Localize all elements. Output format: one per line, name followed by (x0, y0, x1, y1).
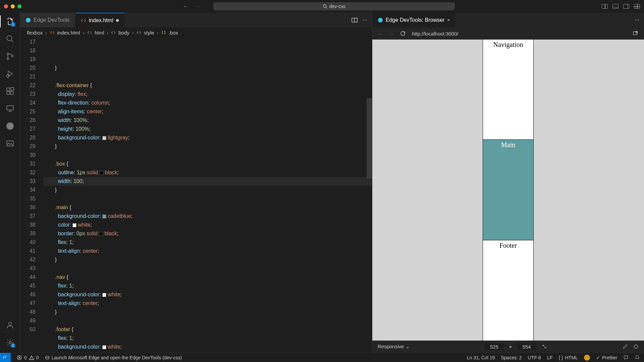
edge-icon (378, 17, 383, 23)
encoding-button[interactable]: UTF-8 (528, 355, 541, 360)
prettier-button[interactable]: ✓Prettier (596, 355, 617, 360)
chevron-down-icon: ⌄ (406, 344, 410, 349)
svg-point-17 (8, 322, 11, 325)
viewport-width-input[interactable]: 525 (485, 343, 503, 350)
tab-label: Edge DevTools (34, 17, 70, 23)
breadcrumb-item[interactable]: .box (169, 30, 178, 36)
nav-back-button[interactable]: ← (182, 3, 189, 10)
more-actions-button[interactable]: ··· (363, 17, 367, 23)
svg-point-19 (26, 18, 31, 22)
edit-button[interactable] (623, 344, 628, 349)
svg-line-1 (326, 7, 327, 9)
cursor-position[interactable]: Ln 31, Col 19 (467, 355, 495, 360)
image-tab[interactable] (5, 139, 15, 148)
reload-button[interactable] (400, 31, 406, 37)
problems-button[interactable]: 0 0 (17, 355, 39, 360)
svg-point-6 (11, 55, 13, 57)
remote-explorer-tab[interactable] (5, 104, 15, 113)
tab-devtools-browser[interactable]: Edge DevTools: Browser × (372, 13, 455, 27)
close-icon[interactable]: × (447, 17, 450, 23)
code-content[interactable]: } .flex-container { display: flex; flex-… (44, 38, 372, 353)
maximize-window-button[interactable] (17, 4, 21, 8)
breadcrumb-item[interactable]: style (144, 30, 154, 36)
svg-point-24 (634, 345, 638, 349)
svg-point-18 (9, 342, 11, 344)
edge-icon (25, 17, 31, 23)
source-control-tab[interactable] (5, 52, 15, 61)
minimize-window-button[interactable] (11, 4, 15, 8)
editor-group-right: Edge DevTools: Browser × ··· ← → http://… (372, 13, 644, 353)
browser-forward-button[interactable]: → (389, 31, 394, 37)
breadcrumb[interactable]: flexbox› index.html› html› body› style› … (20, 27, 372, 38)
preview-nav-box: Navigation (483, 40, 533, 140)
browser-toolbar: ← → http://localhost:3000/ (372, 27, 644, 40)
nav-forward-button[interactable]: → (194, 3, 200, 10)
tab-edge-devtools[interactable]: Edge DevTools (20, 13, 75, 27)
dirty-indicator-icon (116, 19, 119, 22)
code-editor[interactable]: 1718192021222324252627282930313233343536… (20, 38, 372, 353)
split-editor-button[interactable] (352, 18, 358, 22)
breadcrumb-item[interactable]: html (95, 30, 104, 36)
launch-task-button[interactable]: Launch Microsoft Edge and open the Edge … (45, 355, 182, 360)
device-selector[interactable]: Responsive ⌄ (378, 344, 410, 350)
svg-rect-10 (10, 92, 13, 95)
tab-actions: ··· (352, 13, 372, 27)
search-icon (323, 4, 327, 9)
line-gutter: 1718192021222324252627282930313233343536… (20, 38, 44, 353)
layout-controls (602, 4, 640, 9)
editor-group-left: Edge DevTools index.html ··· flexbox› in… (20, 13, 372, 353)
explorer-tab[interactable]: 1 (5, 17, 15, 26)
notifications-button[interactable] (635, 355, 640, 360)
svg-point-15 (6, 122, 14, 130)
minimap-scrollbar[interactable] (367, 98, 372, 178)
element-icon (111, 30, 116, 35)
search-tab[interactable] (5, 34, 15, 44)
svg-rect-11 (11, 87, 14, 90)
rotate-button[interactable] (541, 344, 547, 350)
feedback-button[interactable] (623, 355, 629, 360)
customize-layout-button[interactable] (634, 4, 640, 9)
browser-preview[interactable]: Navigation Main Footer (372, 40, 644, 341)
tab-index-html[interactable]: index.html (75, 13, 124, 27)
titlebar: ← → dev-css (0, 0, 644, 13)
eol-button[interactable]: LF (547, 355, 552, 360)
svg-rect-9 (7, 92, 10, 95)
svg-rect-8 (7, 88, 10, 91)
open-external-button[interactable] (633, 31, 639, 37)
copilot-status-icon[interactable] (584, 355, 590, 361)
preview-flex-container: Navigation Main Footer (483, 40, 533, 341)
more-actions-button[interactable]: ··· (635, 17, 639, 23)
breadcrumb-item[interactable]: flexbox (27, 30, 43, 36)
breadcrumb-item[interactable]: index.html (57, 30, 80, 36)
svg-line-3 (11, 40, 13, 42)
edge-devtools-tab[interactable] (5, 121, 15, 131)
viewport-height-input[interactable]: 554 (517, 343, 536, 350)
tab-label: index.html (89, 17, 113, 23)
url-bar[interactable]: http://localhost:3000/ (412, 31, 627, 37)
tab-bar-left: Edge DevTools index.html ··· (20, 13, 372, 27)
toggle-panel-button[interactable] (612, 4, 619, 9)
svg-point-22 (378, 18, 383, 22)
breadcrumb-item[interactable]: body (118, 30, 129, 36)
element-icon (87, 30, 92, 35)
language-mode-button[interactable]: { }HTML (559, 355, 578, 360)
svg-point-5 (7, 58, 8, 60)
indentation-button[interactable]: Spaces: 2 (501, 355, 522, 360)
close-window-button[interactable] (4, 4, 8, 8)
accounts-button[interactable] (5, 320, 15, 330)
remote-button[interactable] (0, 353, 11, 362)
project-name: dev-css (329, 4, 345, 9)
preview-footer-box: Footer (483, 240, 533, 341)
settings-button[interactable]: 1 (5, 338, 15, 347)
toggle-secondary-sidebar-button[interactable] (623, 4, 629, 9)
toggle-primary-sidebar-button[interactable] (602, 4, 608, 9)
browser-back-button[interactable]: ← (378, 31, 383, 37)
extensions-tab[interactable] (5, 86, 15, 96)
command-center[interactable]: dev-css (213, 2, 455, 10)
element-icon (137, 30, 141, 35)
inspect-button[interactable] (633, 344, 639, 349)
activity-bar: 1 1 (0, 13, 20, 353)
status-bar: 0 0 Launch Microsoft Edge and open the E… (0, 353, 644, 362)
nav-arrows: ← → (182, 3, 200, 10)
run-debug-tab[interactable] (5, 69, 15, 78)
